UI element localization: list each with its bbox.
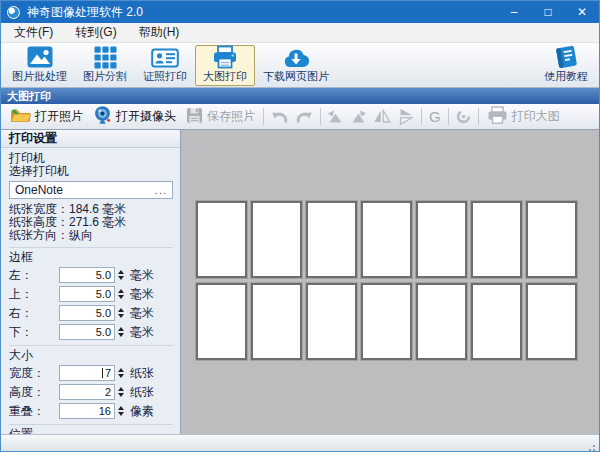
border-bottom-input[interactable]: 5.0	[59, 324, 115, 340]
tool-button-download-web-images[interactable]: 下载网页图片	[255, 45, 337, 86]
save-photo-label: 保存照片	[207, 108, 255, 125]
spinner-arrows[interactable]	[118, 270, 124, 280]
tool-label: 大图打印	[203, 71, 247, 82]
border-left-input[interactable]: 5.0	[59, 267, 115, 283]
size-overlap-input[interactable]: 16	[59, 403, 115, 419]
spin-up-icon[interactable]	[118, 289, 124, 293]
printer-select[interactable]: OneNote ...	[9, 181, 173, 199]
grayscale-button[interactable]: G	[425, 109, 445, 124]
separator	[421, 108, 422, 125]
preview-page	[471, 283, 522, 360]
spin-down-icon[interactable]	[118, 412, 124, 416]
printer-icon	[212, 45, 238, 69]
border-left-row: 左： 5.0 毫米	[9, 267, 173, 283]
spin-down-icon[interactable]	[118, 276, 124, 280]
tool-label: 图片分割	[83, 71, 127, 82]
tool-button-tutorial[interactable]: 使用教程	[536, 45, 596, 86]
spin-down-icon[interactable]	[118, 333, 124, 337]
resize-grip[interactable]	[593, 445, 595, 447]
section-title: 大图打印	[7, 90, 51, 102]
section-header: 大图打印	[1, 88, 599, 104]
flip-horizontal-button[interactable]	[370, 108, 394, 125]
spin-up-icon[interactable]	[118, 308, 124, 312]
border-top-row: 上： 5.0 毫米	[9, 286, 173, 302]
content: 打印设置 打印机 选择打印机 OneNote ... 纸张宽度：184.6 毫米…	[1, 130, 599, 434]
app-window: 神奇图像处理软件 2.0 – □ ✕ 文件(F) 转到(G) 帮助(H) 图片批…	[0, 0, 600, 452]
size-width-input[interactable]: 7	[59, 365, 115, 381]
spinner-arrows[interactable]	[118, 289, 124, 299]
spin-up-icon[interactable]	[118, 406, 124, 410]
unit-label: 毫米	[130, 286, 154, 303]
redo-button[interactable]	[292, 107, 317, 126]
tool-button-id-print[interactable]: 证照打印	[135, 45, 195, 86]
spinner-arrows[interactable]	[118, 387, 124, 397]
size-height-row: 高度： 2 纸张	[9, 384, 173, 400]
flip-vertical-button[interactable]	[394, 108, 418, 125]
spin-down-icon[interactable]	[118, 374, 124, 378]
preview-page	[306, 201, 357, 278]
spin-up-icon[interactable]	[118, 368, 124, 372]
close-button[interactable]: ✕	[565, 1, 599, 23]
book-icon	[554, 45, 579, 69]
size-height-input[interactable]: 2	[59, 384, 115, 400]
titlebar: 神奇图像处理软件 2.0 – □ ✕	[1, 1, 599, 23]
main-toolbar: 图片批处理 图片分割 证照打印 大图打印 下载网页图片	[1, 43, 599, 88]
menu-item-goto[interactable]: 转到(G)	[64, 23, 127, 42]
print-large-button[interactable]: 打印大图	[482, 105, 565, 128]
printer-browse-button[interactable]: ...	[155, 185, 167, 195]
rotate-left-button[interactable]	[324, 108, 347, 125]
tool-label: 下载网页图片	[263, 71, 329, 82]
unit-label: 纸张	[130, 384, 154, 401]
size-width-label: 宽度：	[9, 365, 49, 382]
spinner-arrows[interactable]	[118, 368, 124, 378]
preview-page	[251, 201, 302, 278]
tool-button-batch-process[interactable]: 图片批处理	[4, 45, 75, 86]
text-cursor	[102, 368, 103, 378]
size-group: 大小 宽度： 7 纸张 高度： 2 纸张 重叠：	[9, 345, 173, 419]
open-photo-button[interactable]: 打开照片	[5, 105, 88, 128]
border-group-title: 边框	[9, 251, 173, 264]
size-overlap-label: 重叠：	[9, 403, 49, 420]
settings-panel: 打印设置 打印机 选择打印机 OneNote ... 纸张宽度：184.6 毫米…	[1, 130, 181, 434]
tool-button-large-print[interactable]: 大图打印	[195, 45, 255, 86]
rotate-right-button[interactable]	[347, 108, 370, 125]
preview-page	[196, 201, 247, 278]
separator	[448, 108, 449, 125]
undo-button[interactable]	[267, 107, 292, 126]
border-bottom-label: 下：	[9, 324, 49, 341]
paper-orientation-row: 纸张方向：纵向	[9, 229, 173, 242]
unit-label: 毫米	[130, 305, 154, 322]
maximize-button[interactable]: □	[531, 1, 565, 23]
menu-item-file[interactable]: 文件(F)	[3, 23, 64, 42]
effects-icon[interactable]	[452, 107, 475, 126]
menubar: 文件(F) 转到(G) 帮助(H)	[1, 23, 599, 43]
spinner-arrows[interactable]	[118, 406, 124, 416]
preview-page	[471, 201, 522, 278]
border-top-input[interactable]: 5.0	[59, 286, 115, 302]
spin-down-icon[interactable]	[118, 295, 124, 299]
spin-up-icon[interactable]	[118, 270, 124, 274]
save-photo-button[interactable]: 保存照片	[181, 106, 260, 128]
spinner-arrows[interactable]	[118, 327, 124, 337]
border-right-label: 右：	[9, 305, 49, 322]
spin-up-icon[interactable]	[118, 327, 124, 331]
app-logo-icon	[7, 6, 20, 19]
unit-label: 毫米	[130, 324, 154, 341]
border-top-label: 上：	[9, 286, 49, 303]
spin-down-icon[interactable]	[118, 314, 124, 318]
preview-page	[416, 283, 467, 360]
tool-button-split[interactable]: 图片分割	[75, 45, 135, 86]
preview-page	[251, 283, 302, 360]
minimize-button[interactable]: –	[497, 1, 531, 23]
border-right-input[interactable]: 5.0	[59, 305, 115, 321]
spin-up-icon[interactable]	[118, 387, 124, 391]
separator	[478, 108, 479, 125]
spin-down-icon[interactable]	[118, 393, 124, 397]
spinner-arrows[interactable]	[118, 308, 124, 318]
open-camera-button[interactable]: 打开摄像头	[88, 104, 181, 129]
menu-item-help[interactable]: 帮助(H)	[128, 23, 191, 42]
tool-label: 使用教程	[544, 71, 588, 82]
settings-panel-header: 打印设置	[1, 130, 180, 148]
webcam-icon	[93, 105, 112, 128]
printer-gray-icon	[487, 106, 508, 127]
